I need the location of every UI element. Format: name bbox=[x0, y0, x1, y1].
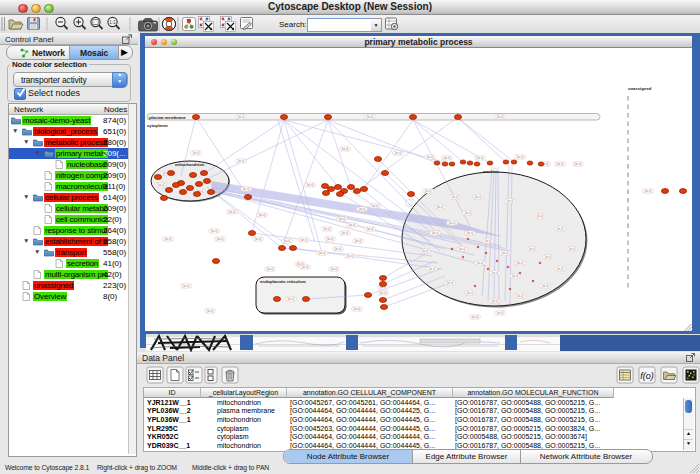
svg-text:plasma membrane: plasma membrane bbox=[149, 115, 186, 120]
svg-text:unassigned: unassigned bbox=[628, 86, 652, 91]
svg-text:mitochondrion: mitochondrion bbox=[175, 162, 205, 167]
svg-text:f(o): f(o) bbox=[640, 371, 654, 381]
svg-text:1:1: 1:1 bbox=[109, 20, 116, 25]
svg-text:cytoplasm: cytoplasm bbox=[147, 123, 168, 128]
svg-text:nucleus: nucleus bbox=[483, 169, 499, 174]
svg-text:endoplasmic reticulum: endoplasmic reticulum bbox=[260, 279, 306, 284]
